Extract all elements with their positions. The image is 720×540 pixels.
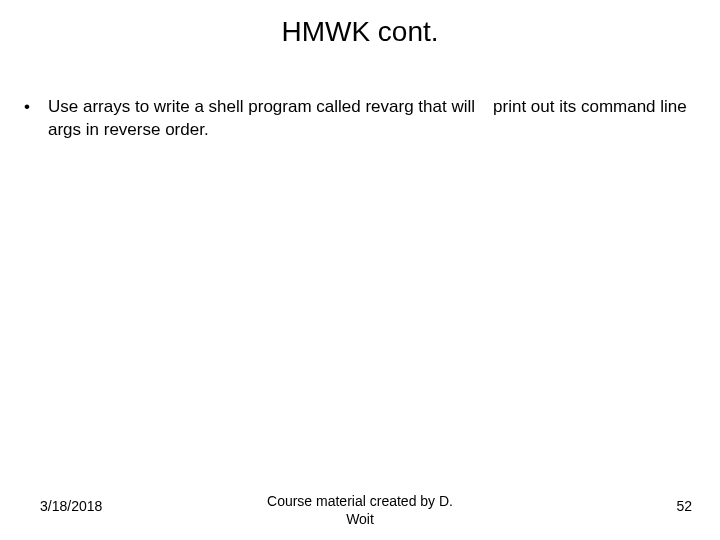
footer-credit-line1: Course material created by D. [0,493,720,511]
footer-credit: Course material created by D. Woit [0,493,720,528]
slide-body: • Use arrays to write a shell program ca… [22,96,698,142]
bullet-text-part1: Use arrays to write a shell program call… [48,97,475,116]
footer-credit-line2: Woit [0,511,720,529]
slide-title: HMWK cont. [0,16,720,48]
slide: HMWK cont. • Use arrays to write a shell… [0,0,720,540]
bullet-text: Use arrays to write a shell program call… [48,96,698,142]
footer-page-number: 52 [676,498,692,514]
bullet-item: • Use arrays to write a shell program ca… [22,96,698,142]
bullet-dot-icon: • [22,96,48,119]
